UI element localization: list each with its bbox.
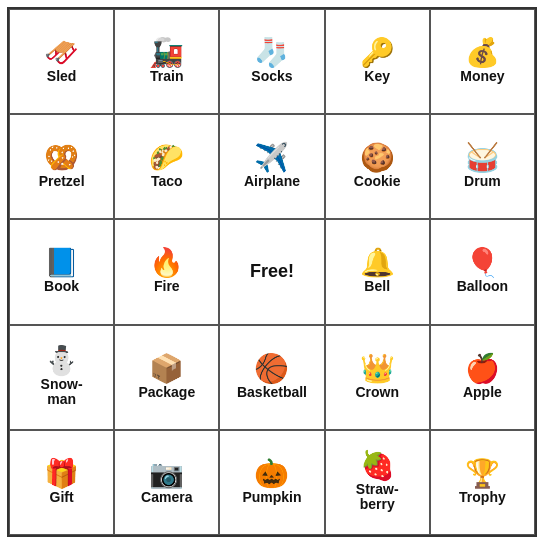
- key-emoji: 🔑: [360, 39, 395, 67]
- bell-emoji: 🔔: [360, 249, 395, 277]
- sled-emoji: 🛷: [44, 39, 79, 67]
- train-label: Train: [150, 69, 183, 84]
- sled-label: Sled: [47, 69, 77, 84]
- package-emoji: 📦: [149, 355, 184, 383]
- crown-label: Crown: [355, 385, 399, 400]
- key-label: Key: [364, 69, 390, 84]
- strawberry-label: Straw-berry: [356, 482, 399, 513]
- basketball-emoji: 🏀: [254, 355, 289, 383]
- bingo-cell-basketball: 🏀Basketball: [219, 325, 324, 430]
- drum-label: Drum: [464, 174, 501, 189]
- bingo-cell-drum: 🥁Drum: [430, 114, 535, 219]
- bingo-cell-package: 📦Package: [114, 325, 219, 430]
- bingo-cell-camera: 📷Camera: [114, 430, 219, 535]
- bingo-cell-crown: 👑Crown: [325, 325, 430, 430]
- balloon-emoji: 🎈: [465, 249, 500, 277]
- bell-label: Bell: [364, 279, 390, 294]
- bingo-cell-airplane: ✈️Airplane: [219, 114, 324, 219]
- balloon-label: Balloon: [457, 279, 508, 294]
- bingo-cell-book: 📘Book: [9, 219, 114, 324]
- snowman-label: Snow-man: [41, 377, 83, 408]
- bingo-cell-balloon: 🎈Balloon: [430, 219, 535, 324]
- bingo-cell-taco: 🌮Taco: [114, 114, 219, 219]
- socks-emoji: 🧦: [254, 39, 289, 67]
- train-emoji: 🚂: [149, 39, 184, 67]
- pretzel-label: Pretzel: [39, 174, 85, 189]
- taco-label: Taco: [151, 174, 183, 189]
- package-label: Package: [138, 385, 195, 400]
- gift-emoji: 🎁: [44, 460, 79, 488]
- book-label: Book: [44, 279, 79, 294]
- camera-label: Camera: [141, 490, 192, 505]
- basketball-label: Basketball: [237, 385, 307, 400]
- apple-emoji: 🍎: [465, 355, 500, 383]
- bingo-cell-trophy: 🏆Trophy: [430, 430, 535, 535]
- trophy-emoji: 🏆: [465, 460, 500, 488]
- bingo-cell-cookie: 🍪Cookie: [325, 114, 430, 219]
- cookie-label: Cookie: [354, 174, 401, 189]
- bingo-cell-train: 🚂Train: [114, 9, 219, 114]
- bingo-cell-socks: 🧦Socks: [219, 9, 324, 114]
- apple-label: Apple: [463, 385, 502, 400]
- bingo-board: 🛷Sled🚂Train🧦Socks🔑Key💰Money🥨Pretzel🌮Taco…: [7, 7, 537, 537]
- fire-emoji: 🔥: [149, 249, 184, 277]
- bingo-cell-sled: 🛷Sled: [9, 9, 114, 114]
- bingo-cell-gift: 🎁Gift: [9, 430, 114, 535]
- bingo-cell-pumpkin: 🎃Pumpkin: [219, 430, 324, 535]
- bingo-cell-fire: 🔥Fire: [114, 219, 219, 324]
- bingo-cell-pretzel: 🥨Pretzel: [9, 114, 114, 219]
- crown-emoji: 👑: [360, 355, 395, 383]
- airplane-emoji: ✈️: [254, 144, 289, 172]
- gift-label: Gift: [50, 490, 74, 505]
- fire-label: Fire: [154, 279, 180, 294]
- cookie-emoji: 🍪: [360, 144, 395, 172]
- bingo-cell-free: Free!: [219, 219, 324, 324]
- snowman-emoji: ⛄: [44, 347, 79, 375]
- book-emoji: 📘: [44, 249, 79, 277]
- airplane-label: Airplane: [244, 174, 300, 189]
- strawberry-emoji: 🍓: [360, 452, 395, 480]
- bingo-cell-snowman: ⛄Snow-man: [9, 325, 114, 430]
- bingo-cell-key: 🔑Key: [325, 9, 430, 114]
- pumpkin-emoji: 🎃: [254, 460, 289, 488]
- free-label: Free!: [250, 262, 294, 282]
- bingo-cell-money: 💰Money: [430, 9, 535, 114]
- camera-emoji: 📷: [149, 460, 184, 488]
- taco-emoji: 🌮: [149, 144, 184, 172]
- bingo-cell-apple: 🍎Apple: [430, 325, 535, 430]
- pretzel-emoji: 🥨: [44, 144, 79, 172]
- drum-emoji: 🥁: [465, 144, 500, 172]
- trophy-label: Trophy: [459, 490, 506, 505]
- pumpkin-label: Pumpkin: [242, 490, 301, 505]
- bingo-cell-bell: 🔔Bell: [325, 219, 430, 324]
- money-emoji: 💰: [465, 39, 500, 67]
- bingo-cell-strawberry: 🍓Straw-berry: [325, 430, 430, 535]
- money-label: Money: [460, 69, 504, 84]
- socks-label: Socks: [251, 69, 292, 84]
